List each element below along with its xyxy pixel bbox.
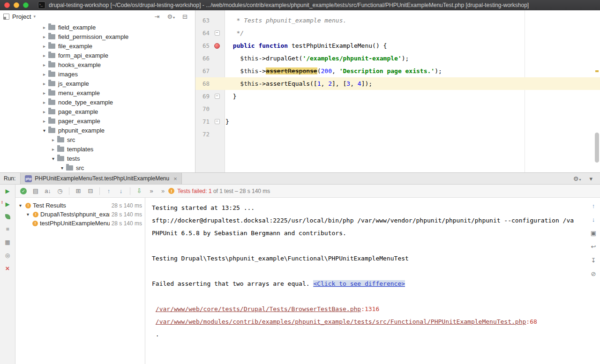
console-output[interactable]: Testing started at 13:25 ...sftp://docke… <box>145 198 587 364</box>
test-tree-row[interactable]: ▾!Drupal\Tests\phpunit_example\Functiona… <box>15 210 145 219</box>
chevron-right-icon[interactable]: ▸ <box>41 25 47 30</box>
code-line[interactable]: 67 $this->assertResponse(200, 'Descripti… <box>195 65 600 77</box>
project-tree-item[interactable]: ▸page_example <box>0 107 195 116</box>
show-passed-icon[interactable]: ✓ <box>20 188 27 194</box>
chevron-right-icon[interactable]: ▸ <box>41 34 47 39</box>
pin-tab-icon[interactable]: ◎ <box>4 252 11 259</box>
show-ignored-icon[interactable]: ▤ <box>30 187 42 194</box>
settings-gear-icon[interactable]: ⚙▾ <box>573 175 581 182</box>
code-line[interactable]: 69− } <box>195 90 600 103</box>
fold-icon[interactable]: − <box>215 30 220 36</box>
line-number[interactable]: 68 <box>195 80 210 87</box>
diff-link[interactable]: <Click to see difference> <box>313 280 405 287</box>
file-link[interactable]: /var/www/web/modules/contrib/examples/ph… <box>156 318 526 325</box>
scroll-down-icon[interactable]: ↓ <box>590 216 597 223</box>
chevron-right-icon[interactable]: ▸ <box>41 119 47 124</box>
code-line[interactable]: 68 $this->assertEquals([1, 2], [3, 4]); <box>195 77 600 90</box>
project-tree-item[interactable]: ▸menu_example <box>0 88 195 97</box>
line-number[interactable]: 70 <box>195 105 210 112</box>
chevron-down-icon[interactable]: ▾ <box>50 156 56 161</box>
project-tree-item[interactable]: ▸images <box>0 69 195 79</box>
import-test-results-icon[interactable]: ⇩ <box>133 187 145 194</box>
test-tree-row[interactable]: ▾!Test Results28 s 140 ms <box>15 201 145 210</box>
fold-icon[interactable]: − <box>215 94 220 99</box>
test-tree-row[interactable]: !testPhpUnitExampleMenu28 s 140 ms <box>15 219 145 228</box>
line-number[interactable]: 67 <box>195 67 210 74</box>
rerun-icon[interactable]: ▶ <box>4 188 11 194</box>
scroll-to-end-icon[interactable]: ↧ <box>590 257 597 264</box>
soft-wrap-icon[interactable]: ↩ <box>590 243 597 250</box>
more-actions-icon[interactable]: » <box>161 187 165 194</box>
project-tree-item[interactable]: ▸hooks_example <box>0 60 195 69</box>
chevron-right-icon[interactable]: ▸ <box>41 90 47 96</box>
warning-stripe-mark[interactable] <box>595 70 599 72</box>
close-window-button[interactable] <box>4 2 10 8</box>
editor[interactable]: 63 * Tests phpunit_example menus.64− */6… <box>195 10 600 172</box>
close-icon[interactable]: × <box>4 265 11 272</box>
code-line[interactable]: 71−} <box>195 115 600 128</box>
jump-to-source-icon[interactable]: ▣ <box>590 230 597 237</box>
file-link[interactable]: /var/www/web/core/tests/Drupal/Tests/Bro… <box>156 305 361 312</box>
project-tree-item[interactable]: ▸field_permission_example <box>0 32 195 41</box>
history-icon[interactable]: » <box>145 187 158 194</box>
chevron-right-icon[interactable]: ▸ <box>50 137 56 142</box>
project-tree-item[interactable]: ▸pager_example <box>0 116 195 126</box>
project-tree-item[interactable]: ▾tests <box>0 154 195 163</box>
rerun-failed-tests-icon[interactable]: ▶! <box>4 201 11 208</box>
line-number[interactable]: 65 <box>195 42 210 49</box>
code-line[interactable]: 64− */ <box>195 27 600 39</box>
previous-failed-test-icon[interactable]: ↑ <box>103 187 115 194</box>
chevron-down-icon[interactable]: ▾ <box>25 212 31 217</box>
close-tab-icon[interactable]: × <box>173 175 177 182</box>
chevron-right-icon[interactable]: ▸ <box>41 72 47 77</box>
chevron-right-icon[interactable]: ▸ <box>41 81 47 86</box>
code-line[interactable]: 66 $this->drupalGet('/examples/phpunit-e… <box>195 52 600 65</box>
project-tree-item[interactable]: ▸node_type_example <box>0 97 195 107</box>
project-tree-item[interactable]: ▸src <box>0 135 195 144</box>
collapse-all-icon[interactable]: ⊟ <box>182 13 188 20</box>
project-tree-item[interactable]: ▾phpunit_example <box>0 126 195 135</box>
chevron-down-icon[interactable]: ▾ <box>33 14 36 19</box>
clear-console-icon[interactable]: ⊘ <box>590 270 597 277</box>
editor-scrollbar[interactable] <box>595 133 599 163</box>
scroll-up-icon[interactable]: ↑ <box>590 202 597 209</box>
test-failed-gutter-icon[interactable] <box>214 43 220 49</box>
project-tree-item[interactable]: ▾src <box>0 163 195 172</box>
chevron-down-icon[interactable]: ▾ <box>41 128 47 133</box>
code-line[interactable]: 65 public function testPhpUnitExampleMen… <box>195 39 600 52</box>
code-line[interactable]: 70 <box>195 103 600 115</box>
line-number[interactable]: 72 <box>195 131 210 138</box>
restore-layout-icon[interactable]: ▦ <box>4 239 11 245</box>
run-tab[interactable]: php PHPUnitExampleMenuTest.testPhpUnitEx… <box>20 173 181 184</box>
line-number[interactable]: 63 <box>195 17 210 24</box>
stop-icon[interactable]: ■ <box>4 226 11 232</box>
project-tree-item[interactable]: ▸form_api_example <box>0 51 195 60</box>
project-tree-item[interactable]: ▸file_example <box>0 41 195 51</box>
sort-by-duration-icon[interactable]: ◷ <box>54 187 66 194</box>
expand-all-icon[interactable]: ⊞ <box>72 187 84 194</box>
collapse-all-icon[interactable]: ⊟ <box>84 187 97 194</box>
minimize-window-button[interactable] <box>14 2 19 8</box>
settings-gear-icon[interactable]: ⚙▾ <box>167 13 175 20</box>
next-failed-test-icon[interactable]: ↓ <box>115 187 127 194</box>
hide-panel-icon[interactable]: ▾ <box>589 175 592 182</box>
line-number[interactable]: 64 <box>195 30 210 37</box>
line-number[interactable]: 69 <box>195 93 210 100</box>
chevron-right-icon[interactable]: ▸ <box>41 53 47 58</box>
zoom-window-button[interactable] <box>23 2 29 8</box>
code-line[interactable]: 72 <box>195 128 600 141</box>
project-tree-item[interactable]: ▸field_example <box>0 22 195 32</box>
chevron-right-icon[interactable]: ▸ <box>41 109 47 114</box>
code-area[interactable]: 63 * Tests phpunit_example menus.64− */6… <box>195 10 600 141</box>
chevron-down-icon[interactable]: ▾ <box>17 203 23 208</box>
sort-alphabetically-icon[interactable]: a↓ <box>42 187 54 194</box>
toggle-auto-test-icon[interactable] <box>5 214 10 219</box>
line-number[interactable]: 71 <box>195 118 210 125</box>
chevron-right-icon[interactable]: ▸ <box>41 44 47 49</box>
chevron-right-icon[interactable]: ▸ <box>50 147 56 152</box>
chevron-down-icon[interactable]: ▾ <box>59 165 65 171</box>
chevron-right-icon[interactable]: ▸ <box>41 100 47 105</box>
chevron-right-icon[interactable]: ▸ <box>41 62 47 67</box>
locate-file-icon[interactable]: ⇥ <box>155 13 160 20</box>
fold-icon[interactable]: − <box>215 119 220 124</box>
